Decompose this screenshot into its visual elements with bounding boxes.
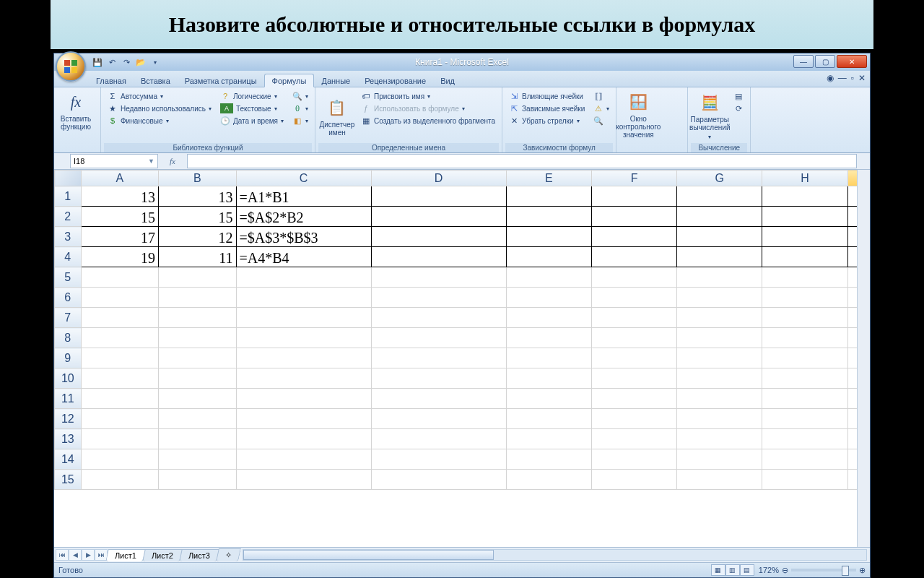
cell-D13[interactable] xyxy=(371,429,506,449)
cell-F5[interactable] xyxy=(591,267,676,288)
lookup-button[interactable]: 🔍 xyxy=(290,90,310,102)
datetime-button[interactable]: 🕒Дата и время xyxy=(218,115,286,126)
maximize-button[interactable]: ▢ xyxy=(815,55,835,68)
cell-B1[interactable]: 13 xyxy=(159,186,237,207)
cell-E11[interactable] xyxy=(506,389,591,409)
cell-B15[interactable] xyxy=(159,470,237,490)
cell-G8[interactable] xyxy=(677,328,762,348)
cell-B3[interactable]: 12 xyxy=(159,227,237,247)
row-header-2[interactable]: 2 xyxy=(55,207,82,227)
cell-H12[interactable] xyxy=(762,409,847,429)
cell-I9[interactable] xyxy=(847,348,857,368)
name-manager-button[interactable]: 📋 Диспетчер имен xyxy=(318,89,356,143)
help-icon[interactable]: ◉ xyxy=(827,73,834,83)
col-header-F[interactable]: F xyxy=(591,171,676,186)
cell-D4[interactable] xyxy=(371,247,506,267)
cell-E9[interactable] xyxy=(506,348,591,368)
cell-C1[interactable]: =A1*B1 xyxy=(236,186,371,207)
col-header-B[interactable]: B xyxy=(159,171,237,186)
vertical-scrollbar[interactable] xyxy=(857,170,870,547)
row-header-5[interactable]: 5 xyxy=(55,267,82,288)
zoom-level[interactable]: 172% xyxy=(759,566,779,574)
cell-G2[interactable] xyxy=(677,207,762,227)
cell-E12[interactable] xyxy=(506,409,591,429)
cell-C8[interactable] xyxy=(236,328,371,348)
cell-A1[interactable]: 13 xyxy=(81,186,159,207)
watch-window-button[interactable]: 🪟 Окно контрольного значения xyxy=(619,89,657,140)
cell-A7[interactable] xyxy=(81,308,159,328)
doc-close-icon[interactable]: ✕ xyxy=(858,73,866,83)
cell-D12[interactable] xyxy=(371,409,506,429)
cell-A2[interactable]: 15 xyxy=(81,207,159,227)
cell-D7[interactable] xyxy=(371,308,506,328)
row-header-12[interactable]: 12 xyxy=(55,409,82,429)
tab-formulas[interactable]: Формулы xyxy=(264,74,315,87)
cell-H8[interactable] xyxy=(762,328,847,348)
cell-D5[interactable] xyxy=(371,267,506,288)
error-check-button[interactable]: ⚠ xyxy=(591,103,611,114)
cell-H11[interactable] xyxy=(762,389,847,409)
cell-I12[interactable] xyxy=(847,409,857,429)
doc-restore-icon[interactable]: ▫ xyxy=(851,73,854,83)
redo-icon[interactable]: ↷ xyxy=(121,56,132,68)
spreadsheet[interactable]: ABCDEFGHI11313=A1*B121515=$A$2*B231712=$… xyxy=(54,170,857,490)
cell-H9[interactable] xyxy=(762,348,847,368)
sheet-tab-3[interactable]: Лист3 xyxy=(179,549,219,561)
cell-I2[interactable] xyxy=(847,207,857,227)
cell-A5[interactable] xyxy=(81,267,159,288)
cell-H4[interactable] xyxy=(762,247,847,267)
open-icon[interactable]: 📂 xyxy=(135,56,147,68)
cell-D15[interactable] xyxy=(371,470,506,490)
text-button[interactable]: AТекстовые xyxy=(218,103,286,114)
row-header-4[interactable]: 4 xyxy=(55,247,82,267)
cell-E6[interactable] xyxy=(506,288,591,308)
cell-D10[interactable] xyxy=(371,368,506,389)
close-button[interactable]: ✕ xyxy=(837,55,867,68)
cell-G1[interactable] xyxy=(677,186,762,207)
cell-A6[interactable] xyxy=(81,288,159,308)
new-sheet-tab[interactable]: ✧ xyxy=(216,548,241,561)
col-header-D[interactable]: D xyxy=(371,171,506,186)
cell-F6[interactable] xyxy=(591,288,676,308)
cell-D11[interactable] xyxy=(371,389,506,409)
cell-E14[interactable] xyxy=(506,449,591,470)
tab-review[interactable]: Рецензирование xyxy=(357,74,433,87)
row-header-13[interactable]: 13 xyxy=(55,429,82,449)
cell-F10[interactable] xyxy=(591,368,676,389)
cell-C2[interactable]: =$A$2*B2 xyxy=(236,207,371,227)
cell-E4[interactable] xyxy=(506,247,591,267)
ribbon-minimize-icon[interactable]: — xyxy=(838,73,847,83)
cell-I8[interactable] xyxy=(847,328,857,348)
logical-button[interactable]: ?Логические xyxy=(218,90,286,102)
row-header-1[interactable]: 1 xyxy=(55,186,82,207)
math-button[interactable]: θ xyxy=(290,103,310,114)
cell-E7[interactable] xyxy=(506,308,591,328)
view-pagebreak-button[interactable]: ▤ xyxy=(740,564,754,576)
row-header-8[interactable]: 8 xyxy=(55,328,82,348)
cell-G7[interactable] xyxy=(677,308,762,328)
cell-G3[interactable] xyxy=(677,227,762,247)
zoom-slider[interactable] xyxy=(791,569,856,571)
cell-E8[interactable] xyxy=(506,328,591,348)
cell-I3[interactable] xyxy=(847,227,857,247)
col-header-H[interactable]: H xyxy=(762,171,847,186)
cell-E1[interactable] xyxy=(506,186,591,207)
cell-E3[interactable] xyxy=(506,227,591,247)
cell-B13[interactable] xyxy=(159,429,237,449)
cell-C10[interactable] xyxy=(236,368,371,389)
cell-I5[interactable] xyxy=(847,267,857,288)
cell-H15[interactable] xyxy=(762,470,847,490)
cell-F3[interactable] xyxy=(591,227,676,247)
cell-A4[interactable]: 19 xyxy=(81,247,159,267)
select-all-corner[interactable] xyxy=(55,171,82,186)
cell-H14[interactable] xyxy=(762,449,847,470)
trace-precedents-button[interactable]: ⇲Влияющие ячейки xyxy=(507,90,587,102)
cell-C3[interactable]: =$A$3*$B$3 xyxy=(236,227,371,247)
tab-data[interactable]: Данные xyxy=(314,74,357,87)
cell-H13[interactable] xyxy=(762,429,847,449)
cell-H5[interactable] xyxy=(762,267,847,288)
cell-H3[interactable] xyxy=(762,227,847,247)
cell-A13[interactable] xyxy=(81,429,159,449)
row-header-14[interactable]: 14 xyxy=(55,449,82,470)
save-icon[interactable]: 💾 xyxy=(92,56,103,68)
